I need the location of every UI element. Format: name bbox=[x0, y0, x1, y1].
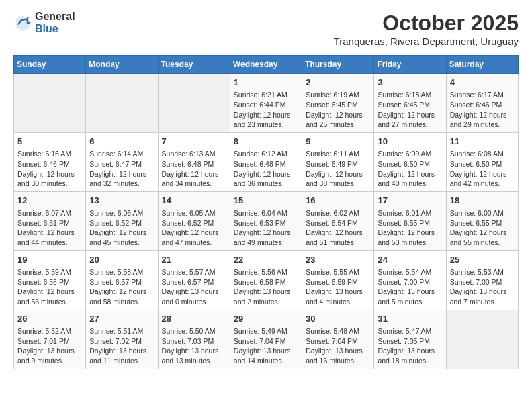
month-title: October 2025 bbox=[334, 11, 519, 36]
calendar-cell: 3Sunrise: 6:18 AM Sunset: 6:45 PM Daylig… bbox=[374, 74, 446, 133]
day-number: 7 bbox=[162, 136, 226, 148]
day-content: Sunrise: 6:17 AM Sunset: 6:46 PM Dayligh… bbox=[450, 90, 515, 130]
day-number: 24 bbox=[378, 254, 442, 266]
day-content: Sunrise: 6:08 AM Sunset: 6:50 PM Dayligh… bbox=[450, 149, 515, 189]
calendar-cell: 11Sunrise: 6:08 AM Sunset: 6:50 PM Dayli… bbox=[446, 132, 518, 191]
weekday-header-sunday: Sunday bbox=[14, 56, 86, 74]
calendar-cell: 1Sunrise: 6:21 AM Sunset: 6:44 PM Daylig… bbox=[230, 74, 302, 133]
day-content: Sunrise: 6:01 AM Sunset: 6:55 PM Dayligh… bbox=[378, 208, 442, 248]
weekday-header-friday: Friday bbox=[374, 56, 446, 74]
day-number: 15 bbox=[234, 195, 298, 207]
calendar-cell: 7Sunrise: 6:13 AM Sunset: 6:48 PM Daylig… bbox=[158, 132, 230, 191]
day-content: Sunrise: 5:50 AM Sunset: 7:03 PM Dayligh… bbox=[162, 326, 226, 366]
day-content: Sunrise: 5:55 AM Sunset: 6:59 PM Dayligh… bbox=[306, 267, 370, 307]
weekday-header-thursday: Thursday bbox=[302, 56, 374, 74]
day-number: 13 bbox=[89, 195, 154, 207]
calendar-cell: 5Sunrise: 6:16 AM Sunset: 6:46 PM Daylig… bbox=[14, 132, 86, 191]
calendar-cell: 25Sunrise: 5:53 AM Sunset: 7:00 PM Dayli… bbox=[446, 250, 518, 310]
day-number: 29 bbox=[234, 313, 298, 325]
day-content: Sunrise: 6:12 AM Sunset: 6:48 PM Dayligh… bbox=[234, 149, 298, 189]
day-number: 3 bbox=[378, 77, 442, 89]
day-number: 9 bbox=[306, 136, 370, 148]
day-number: 4 bbox=[450, 77, 515, 89]
day-content: Sunrise: 6:14 AM Sunset: 6:47 PM Dayligh… bbox=[89, 149, 154, 189]
calendar-cell: 10Sunrise: 6:09 AM Sunset: 6:50 PM Dayli… bbox=[374, 132, 446, 191]
calendar-cell: 14Sunrise: 6:05 AM Sunset: 6:52 PM Dayli… bbox=[158, 191, 230, 250]
day-content: Sunrise: 5:58 AM Sunset: 6:57 PM Dayligh… bbox=[89, 267, 154, 307]
logo-blue: Blue bbox=[35, 23, 75, 35]
calendar-cell: 22Sunrise: 5:56 AM Sunset: 6:58 PM Dayli… bbox=[230, 250, 302, 310]
day-content: Sunrise: 6:19 AM Sunset: 6:45 PM Dayligh… bbox=[306, 90, 370, 130]
calendar-week-row: 12Sunrise: 6:07 AM Sunset: 6:51 PM Dayli… bbox=[14, 191, 519, 250]
calendar-week-row: 19Sunrise: 5:59 AM Sunset: 6:56 PM Dayli… bbox=[14, 250, 519, 310]
day-number: 5 bbox=[17, 136, 82, 148]
calendar-week-row: 5Sunrise: 6:16 AM Sunset: 6:46 PM Daylig… bbox=[14, 132, 519, 191]
day-content: Sunrise: 6:05 AM Sunset: 6:52 PM Dayligh… bbox=[162, 208, 226, 248]
calendar-week-row: 1Sunrise: 6:21 AM Sunset: 6:44 PM Daylig… bbox=[14, 74, 519, 133]
weekday-header-monday: Monday bbox=[86, 56, 158, 74]
calendar-cell: 6Sunrise: 6:14 AM Sunset: 6:47 PM Daylig… bbox=[86, 132, 158, 191]
day-content: Sunrise: 6:09 AM Sunset: 6:50 PM Dayligh… bbox=[378, 149, 442, 189]
day-content: Sunrise: 5:59 AM Sunset: 6:56 PM Dayligh… bbox=[17, 267, 82, 307]
calendar-cell: 2Sunrise: 6:19 AM Sunset: 6:45 PM Daylig… bbox=[302, 74, 374, 133]
day-number: 23 bbox=[306, 254, 370, 266]
calendar-header-row: SundayMondayTuesdayWednesdayThursdayFrid… bbox=[14, 56, 519, 74]
day-content: Sunrise: 6:00 AM Sunset: 6:55 PM Dayligh… bbox=[450, 208, 515, 248]
calendar-cell: 30Sunrise: 5:48 AM Sunset: 7:04 PM Dayli… bbox=[302, 310, 374, 369]
day-content: Sunrise: 6:16 AM Sunset: 6:46 PM Dayligh… bbox=[17, 149, 82, 189]
logo-icon bbox=[13, 13, 32, 32]
calendar-cell bbox=[86, 74, 158, 133]
calendar-cell: 31Sunrise: 5:47 AM Sunset: 7:05 PM Dayli… bbox=[374, 310, 446, 369]
calendar-cell: 27Sunrise: 5:51 AM Sunset: 7:02 PM Dayli… bbox=[86, 310, 158, 369]
calendar-cell: 24Sunrise: 5:54 AM Sunset: 7:00 PM Dayli… bbox=[374, 250, 446, 310]
calendar-cell: 4Sunrise: 6:17 AM Sunset: 6:46 PM Daylig… bbox=[446, 74, 518, 133]
page-header: General Blue October 2025 Tranqueras, Ri… bbox=[13, 11, 519, 47]
day-content: Sunrise: 5:47 AM Sunset: 7:05 PM Dayligh… bbox=[378, 326, 442, 366]
day-content: Sunrise: 6:02 AM Sunset: 6:54 PM Dayligh… bbox=[306, 208, 370, 248]
day-content: Sunrise: 6:13 AM Sunset: 6:48 PM Dayligh… bbox=[162, 149, 226, 189]
calendar-cell: 18Sunrise: 6:00 AM Sunset: 6:55 PM Dayli… bbox=[446, 191, 518, 250]
calendar-cell: 28Sunrise: 5:50 AM Sunset: 7:03 PM Dayli… bbox=[158, 310, 230, 369]
calendar-cell: 17Sunrise: 6:01 AM Sunset: 6:55 PM Dayli… bbox=[374, 191, 446, 250]
weekday-header-wednesday: Wednesday bbox=[230, 56, 302, 74]
day-number: 6 bbox=[89, 136, 154, 148]
day-content: Sunrise: 6:18 AM Sunset: 6:45 PM Dayligh… bbox=[378, 90, 442, 130]
day-content: Sunrise: 6:11 AM Sunset: 6:49 PM Dayligh… bbox=[306, 149, 370, 189]
day-number: 14 bbox=[162, 195, 226, 207]
day-content: Sunrise: 5:54 AM Sunset: 7:00 PM Dayligh… bbox=[378, 267, 442, 307]
day-content: Sunrise: 5:51 AM Sunset: 7:02 PM Dayligh… bbox=[89, 326, 154, 366]
location-subtitle: Tranqueras, Rivera Department, Uruguay bbox=[334, 36, 519, 47]
day-number: 8 bbox=[234, 136, 298, 148]
day-content: Sunrise: 6:21 AM Sunset: 6:44 PM Dayligh… bbox=[234, 90, 298, 130]
calendar-cell bbox=[158, 74, 230, 133]
day-number: 2 bbox=[306, 77, 370, 89]
logo-text: General Blue bbox=[35, 11, 75, 34]
logo-general: General bbox=[35, 11, 75, 23]
day-number: 18 bbox=[450, 195, 515, 207]
calendar-cell bbox=[446, 310, 518, 369]
day-content: Sunrise: 5:48 AM Sunset: 7:04 PM Dayligh… bbox=[306, 326, 370, 366]
calendar-cell: 9Sunrise: 6:11 AM Sunset: 6:49 PM Daylig… bbox=[302, 132, 374, 191]
calendar-cell bbox=[14, 74, 86, 133]
calendar-week-row: 26Sunrise: 5:52 AM Sunset: 7:01 PM Dayli… bbox=[14, 310, 519, 369]
day-content: Sunrise: 5:53 AM Sunset: 7:00 PM Dayligh… bbox=[450, 267, 515, 307]
day-content: Sunrise: 5:52 AM Sunset: 7:01 PM Dayligh… bbox=[17, 326, 82, 366]
day-content: Sunrise: 6:07 AM Sunset: 6:51 PM Dayligh… bbox=[17, 208, 82, 248]
calendar-cell: 20Sunrise: 5:58 AM Sunset: 6:57 PM Dayli… bbox=[86, 250, 158, 310]
logo: General Blue bbox=[13, 11, 75, 34]
calendar-table: SundayMondayTuesdayWednesdayThursdayFrid… bbox=[13, 55, 519, 369]
day-number: 16 bbox=[306, 195, 370, 207]
calendar-cell: 23Sunrise: 5:55 AM Sunset: 6:59 PM Dayli… bbox=[302, 250, 374, 310]
day-content: Sunrise: 5:57 AM Sunset: 6:57 PM Dayligh… bbox=[162, 267, 226, 307]
day-number: 25 bbox=[450, 254, 515, 266]
weekday-header-tuesday: Tuesday bbox=[158, 56, 230, 74]
day-number: 12 bbox=[17, 195, 82, 207]
calendar-cell: 16Sunrise: 6:02 AM Sunset: 6:54 PM Dayli… bbox=[302, 191, 374, 250]
day-number: 11 bbox=[450, 136, 515, 148]
calendar-cell: 12Sunrise: 6:07 AM Sunset: 6:51 PM Dayli… bbox=[14, 191, 86, 250]
day-content: Sunrise: 6:04 AM Sunset: 6:53 PM Dayligh… bbox=[234, 208, 298, 248]
day-content: Sunrise: 5:49 AM Sunset: 7:04 PM Dayligh… bbox=[234, 326, 298, 366]
day-number: 26 bbox=[17, 313, 82, 325]
day-number: 19 bbox=[17, 254, 82, 266]
day-number: 27 bbox=[89, 313, 154, 325]
